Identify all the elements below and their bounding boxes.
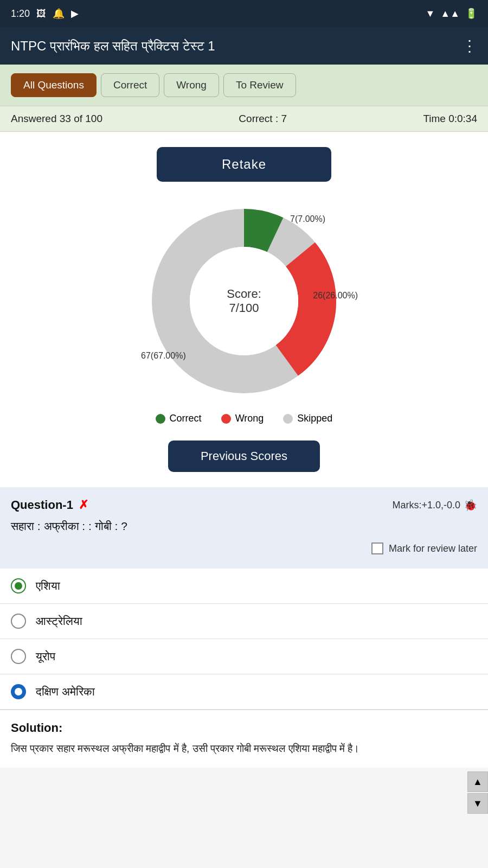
legend-wrong-label: Wrong [235,413,264,424]
option-d-text: दक्षिण अमेरिका [36,685,95,698]
option-c-radio[interactable] [11,649,26,664]
previous-scores-button[interactable]: Previous Scores [168,441,320,472]
option-a-text: एशिया [36,579,60,592]
solution-text: जिस प्रकार सहार मरूस्थल अफ्रीका महाद्वीप… [11,741,477,757]
legend-skipped-label: Skipped [297,413,332,424]
battery-icon: 🔋 [465,8,477,20]
wrong-label: 26(26.00%) [313,291,358,301]
option-c-row[interactable]: यूरोप [0,639,488,674]
signal-icon: ▲▲ [440,8,460,20]
previous-scores-section: Previous Scores [0,435,488,487]
scroll-up-button[interactable]: ▲ [467,771,488,792]
question-section: Question-1 ✗ Marks:+1.0,-0.0 🐞 सहारा : अ… [0,487,488,569]
answered-count: Answered 33 of 100 [11,113,102,125]
option-a-row[interactable]: एशिया [0,569,488,604]
play-icon: ▶ [71,8,79,20]
question-number: Question-1 [11,498,73,512]
bug-icon[interactable]: 🐞 [464,499,477,512]
question-title: Question-1 ✗ [11,498,88,512]
option-d-row[interactable]: दक्षिण अमेरिका [0,674,488,710]
legend-correct: Correct [156,413,202,424]
review-checkbox[interactable] [371,542,383,554]
retake-section: Retake [0,132,488,187]
tab-to-review[interactable]: To Review [223,73,296,97]
status-left: 1:20 🖼 🔔 ▶ [11,8,79,20]
option-b-text: आस्ट्रेलिया [36,615,82,628]
tab-all-questions[interactable]: All Questions [11,73,97,97]
gallery-icon: 🖼 [36,8,46,20]
chart-legend: Correct Wrong Skipped [156,413,333,424]
chart-section: Score: 7/100 7(7.00%) 26(26.00%) 67(67.0… [0,187,488,435]
header-title: NTPC प्रारंभिक हल सहित प्रैक्टिस टेस्ट 1 [11,39,215,54]
tab-correct[interactable]: Correct [101,73,159,97]
scroll-down-button[interactable]: ▼ [467,793,488,814]
status-right: ▼ ▲▲ 🔋 [426,8,477,20]
solution-section: Solution: जिस प्रकार सहार मरूस्थल अफ्रीक… [0,710,488,768]
app-header: NTPC प्रारंभिक हल सहित प्रैक्टिस टेस्ट 1… [0,27,488,65]
solution-title: Solution: [11,721,477,735]
skipped-dot [283,414,293,424]
correct-count: Correct : 7 [239,113,287,125]
scroll-buttons: ▲ ▼ [467,771,488,814]
chart-svg [141,198,347,404]
skipped-label: 67(67.00%) [141,351,186,361]
status-bar: 1:20 🖼 🔔 ▶ ▼ ▲▲ 🔋 [0,0,488,27]
marks-text: Marks:+1.0,-0.0 [392,500,460,511]
options-list: एशिया आस्ट्रेलिया यूरोप दक्षिण अमेरिका [0,569,488,710]
donut-chart: Score: 7/100 7(7.00%) 26(26.00%) 67(67.0… [141,198,347,404]
marks-info: Marks:+1.0,-0.0 🐞 [392,499,477,512]
review-label: Mark for review later [389,543,477,554]
option-b-radio[interactable] [11,614,26,629]
time-elapsed: Time 0:0:34 [423,113,477,125]
question-text: सहारा : अफ्रीका : : गोबी : ? [11,520,477,533]
legend-skipped: Skipped [283,413,332,424]
status-time: 1:20 [11,8,30,20]
legend-correct-label: Correct [170,413,202,424]
tab-wrong[interactable]: Wrong [164,73,219,97]
wrong-mark-icon: ✗ [79,498,88,512]
question-header: Question-1 ✗ Marks:+1.0,-0.0 🐞 [11,498,477,512]
retake-button[interactable]: Retake [157,147,331,182]
option-c-text: यूरोप [36,650,55,663]
tab-bar: All Questions Correct Wrong To Review [0,65,488,106]
review-check-row: Mark for review later [11,542,477,554]
donut-hole [190,247,298,355]
more-options-icon[interactable]: ⋮ [462,37,477,55]
option-a-radio[interactable] [11,578,26,593]
correct-dot [156,414,165,424]
option-b-row[interactable]: आस्ट्रेलिया [0,604,488,639]
notification-icon: 🔔 [53,8,65,20]
legend-wrong: Wrong [221,413,264,424]
stats-bar: Answered 33 of 100 Correct : 7 Time 0:0:… [0,106,488,132]
wrong-dot [221,414,231,424]
wifi-icon: ▼ [426,8,435,20]
option-d-radio[interactable] [11,684,26,699]
correct-label: 7(7.00%) [290,214,325,224]
